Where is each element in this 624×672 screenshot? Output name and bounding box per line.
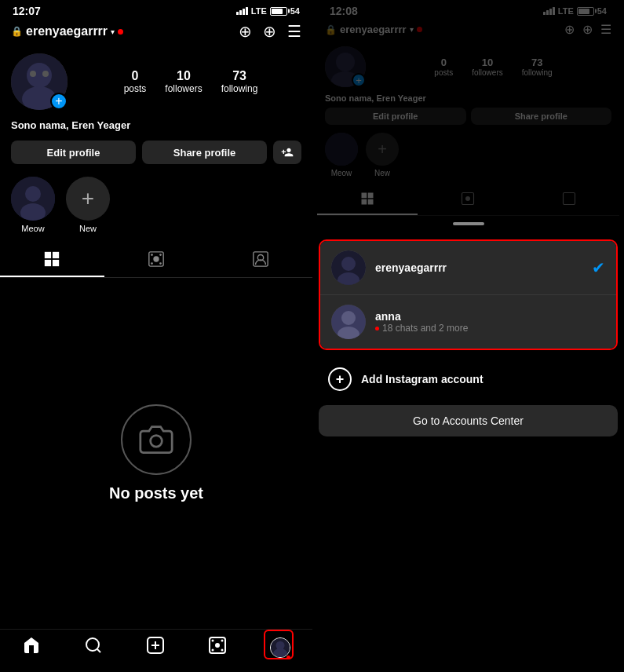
profile-stats: 0 posts 10 followers 73 following — [80, 69, 301, 94]
tab-tagged[interactable] — [208, 243, 312, 277]
followers-stat[interactable]: 10 followers — [165, 69, 202, 94]
svg-point-16 — [151, 262, 153, 265]
following-label: following — [221, 83, 258, 94]
action-buttons-right: Edit profile Share profile — [317, 104, 619, 128]
signal-icon — [236, 7, 248, 15]
threads-icon-right: ⊕ — [564, 22, 575, 37]
svg-point-21 — [86, 638, 99, 651]
anna-red-dot — [375, 327, 379, 331]
svg-point-27 — [215, 643, 220, 648]
username-row-right: 🔒 erenyaegarrrr ▾ — [325, 24, 558, 35]
chevron-down-icon[interactable]: ▾ — [111, 27, 115, 36]
add-post-icon[interactable]: ⊕ — [263, 22, 276, 41]
profile-section-right: + 0posts 10followers 73following — [317, 42, 619, 92]
add-account-circle-icon: + — [328, 367, 352, 391]
add-story-button[interactable]: + — [50, 93, 68, 110]
username-row: 🔒 erenyaegarrrr ▾ — [11, 24, 232, 38]
posts-label: posts — [124, 83, 147, 94]
status-bar-left: 12:07 LTE 54 — [0, 0, 312, 19]
battery-level: 54 — [290, 6, 300, 16]
stories-section: Meow + New — [0, 170, 312, 239]
svg-point-30 — [212, 649, 214, 652]
svg-point-28 — [212, 640, 214, 642]
chevron-right: ▾ — [410, 25, 414, 34]
stories-section-right: Meow +New — [317, 128, 619, 182]
svg-rect-40 — [368, 193, 374, 199]
scroll-indicator — [453, 222, 484, 225]
svg-point-14 — [151, 254, 153, 256]
svg-rect-10 — [45, 260, 51, 266]
edit-profile-button[interactable]: Edit profile — [11, 141, 136, 164]
svg-point-6 — [25, 186, 41, 202]
profile-nav-item[interactable] — [270, 637, 290, 658]
add-nav-item[interactable] — [146, 636, 165, 659]
add-account-label: Add Instagram account — [361, 373, 484, 385]
reels-nav-item[interactable] — [208, 636, 227, 659]
svg-rect-8 — [45, 252, 51, 258]
menu-icon-right: ☰ — [600, 22, 611, 37]
top-nav-right: 🔒 erenyaegarrrr ▾ ⊕ ⊕ ☰ — [317, 19, 619, 42]
anna-account-name: anna — [375, 310, 605, 323]
svg-point-17 — [159, 262, 162, 265]
add-account-row[interactable]: + Add Instagram account — [312, 356, 624, 402]
edit-profile-btn-right: Edit profile — [325, 108, 466, 125]
avatar-wrap-right: + — [325, 46, 366, 87]
time-right: 12:08 — [330, 5, 358, 17]
svg-point-13 — [153, 256, 159, 261]
account-item-active[interactable]: erenyaegarrrr ✔ — [320, 241, 616, 294]
tabs-row-right — [317, 184, 619, 216]
tab-grid[interactable] — [0, 243, 104, 277]
add-post-icon-right: ⊕ — [582, 22, 593, 37]
background-profile-clone: 12:08 LTE 54 — [312, 0, 624, 216]
threads-icon[interactable]: ⊕ — [239, 22, 252, 41]
accounts-center-button[interactable]: Go to Accounts Center — [319, 405, 618, 436]
right-inner: 12:08 LTE 54 — [312, 0, 624, 672]
status-right-right: LTE 54 — [543, 6, 607, 16]
battery-level-right: 54 — [597, 6, 607, 16]
svg-rect-38 — [325, 133, 358, 166]
display-name-right: Sono nama, Eren Yeager — [317, 92, 619, 104]
share-profile-btn-right: Share profile — [471, 108, 612, 125]
posts-count: 0 — [132, 69, 139, 83]
svg-point-50 — [341, 311, 356, 325]
active-account-avatar — [331, 250, 366, 285]
share-profile-button[interactable]: Share profile — [142, 141, 267, 164]
add-person-button[interactable] — [273, 141, 301, 164]
nav-icons-right: ⊕ ⊕ ☰ — [564, 22, 611, 37]
profile-section: + 0 posts 10 followers 73 following — [0, 47, 312, 116]
account-switcher: erenyaegarrrr ✔ — [320, 241, 616, 349]
right-panel: 12:08 LTE 54 — [312, 0, 624, 672]
action-buttons: Edit profile Share profile — [0, 134, 312, 170]
svg-point-36 — [336, 53, 355, 71]
avatar-wrap: + — [11, 53, 68, 110]
following-stat[interactable]: 73 following — [221, 69, 258, 94]
stats-right: 0posts 10followers 73following — [375, 57, 611, 77]
svg-rect-9 — [53, 252, 59, 258]
menu-icon[interactable]: ☰ — [287, 22, 301, 41]
username-text: erenyaegarrrr — [26, 24, 108, 38]
story-item-new[interactable]: + New — [66, 177, 110, 233]
red-dot-right — [417, 27, 422, 32]
add-story-btn-right: + — [352, 73, 366, 87]
nav-icons: ⊕ ⊕ ☰ — [239, 22, 301, 41]
anna-account-info: anna 18 chats and 2 more — [375, 310, 605, 334]
lock-icon: 🔒 — [11, 26, 23, 37]
tab-reels[interactable] — [104, 243, 209, 277]
status-bar-right: 12:08 LTE 54 — [317, 0, 619, 19]
svg-point-3 — [30, 71, 36, 77]
account-switcher-highlight: erenyaegarrrr ✔ — [319, 239, 618, 350]
account-item-anna[interactable]: anna 18 chats and 2 more — [320, 294, 616, 349]
active-account-info: erenyaegarrrr — [375, 261, 582, 274]
svg-rect-41 — [362, 199, 367, 205]
username-right: erenyaegarrrr — [340, 24, 407, 35]
left-panel: 12:07 LTE 54 🔒 erenyaegarrrr ▾ ⊕ ⊕ ☰ — [0, 0, 312, 672]
anna-account-sub: 18 chats and 2 more — [375, 323, 605, 334]
camera-circle — [121, 404, 192, 475]
scroll-indicator-area — [312, 216, 624, 233]
red-dot-indicator — [118, 29, 123, 35]
profile-notification-dot — [286, 656, 290, 659]
story-item-meow[interactable]: Meow — [11, 177, 55, 233]
home-nav-item[interactable] — [22, 636, 41, 659]
search-nav-item[interactable] — [84, 636, 103, 659]
anna-avatar — [331, 305, 366, 339]
